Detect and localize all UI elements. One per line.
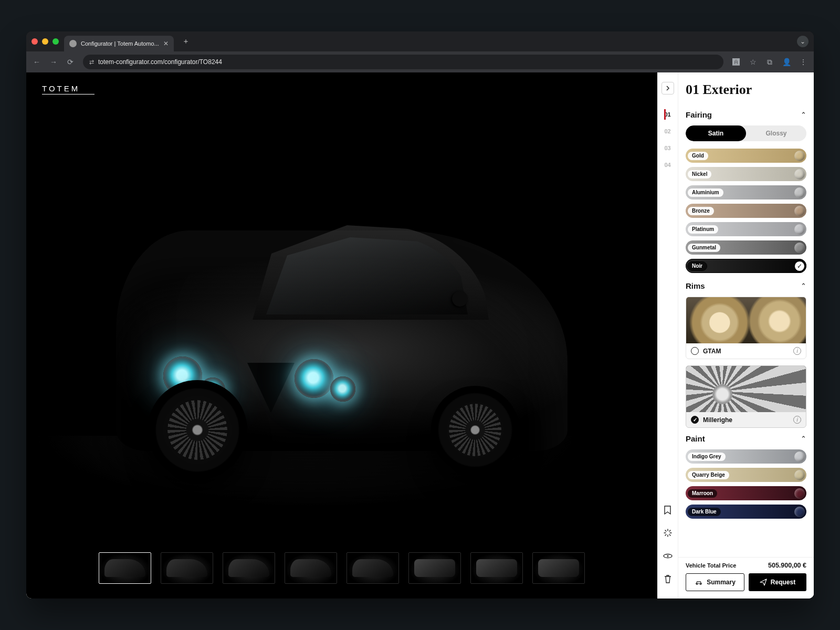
fairing-color-bronze[interactable]: Bronze xyxy=(686,204,806,218)
minimize-window-icon[interactable] xyxy=(42,38,48,45)
wheel-icon xyxy=(431,386,519,474)
color-label: Gold xyxy=(688,152,708,160)
color-dot-icon xyxy=(794,151,805,161)
thumbnail-image xyxy=(414,559,455,577)
finish-option-satin[interactable]: Satin xyxy=(686,125,746,141)
color-dot-icon xyxy=(794,243,805,253)
color-dot-icon xyxy=(794,470,805,480)
price-value: 505.900,00 € xyxy=(768,562,806,569)
step-01[interactable]: 01 xyxy=(664,106,670,123)
request-button[interactable]: Request xyxy=(749,573,806,591)
kebab-menu-icon[interactable]: ⋮ xyxy=(799,58,807,66)
section-fairing-header[interactable]: Fairing ⌃ xyxy=(686,110,806,119)
paint-color-dark-blue[interactable]: Dark Blue xyxy=(686,505,806,519)
close-tab-icon[interactable]: ✕ xyxy=(163,40,169,47)
thumbnail-6[interactable] xyxy=(408,552,461,584)
step-03[interactable]: 03 xyxy=(664,140,670,156)
section-paint-header[interactable]: Paint ⌃ xyxy=(686,434,806,443)
maximize-window-icon[interactable] xyxy=(52,38,59,45)
collapse-panel-button[interactable] xyxy=(662,82,674,94)
bookmark-icon[interactable]: ☆ xyxy=(749,58,757,66)
options-panel: 01 Exterior Fairing ⌃ Satin Glossy GoldN… xyxy=(678,72,814,598)
finish-option-glossy[interactable]: Glossy xyxy=(746,125,806,141)
thumbnail-8[interactable] xyxy=(532,552,585,584)
close-window-icon[interactable] xyxy=(32,38,38,45)
tabs-overflow-button[interactable]: ⌄ xyxy=(797,36,808,47)
tab-title: Configurator | Totem Automo... xyxy=(81,40,159,47)
paint-color-indigo-grey[interactable]: Indigo Grey xyxy=(686,449,806,464)
fairing-color-platinum[interactable]: Platinum xyxy=(686,222,806,236)
paint-color-marroon[interactable]: Marroon xyxy=(686,486,806,500)
step-02[interactable]: 02 xyxy=(664,123,670,140)
panel-title: 01 Exterior xyxy=(686,82,806,98)
site-info-icon[interactable]: ⇄ xyxy=(89,59,94,66)
configurator-app: TOTEM xyxy=(26,72,814,598)
headlight-icon xyxy=(295,359,333,398)
chevron-right-icon xyxy=(665,86,670,91)
headlight-icon xyxy=(330,376,355,402)
rim-label: Millerighe xyxy=(703,416,732,424)
summary-button[interactable]: Summary xyxy=(686,573,744,591)
color-label: Noir xyxy=(688,262,707,270)
price-label: Vehicle Total Price xyxy=(686,562,736,569)
paint-color-quarry-beige[interactable]: Quarry Beige xyxy=(686,468,806,482)
thumbnail-7[interactable] xyxy=(470,552,523,584)
floor-reflection xyxy=(26,436,657,546)
check-icon: ✓ xyxy=(794,261,805,271)
thumbnail-3[interactable] xyxy=(223,552,275,584)
extensions-icon[interactable]: ⧉ xyxy=(765,58,774,66)
rim-option-gtam[interactable]: GTAMi xyxy=(686,297,806,359)
nav-reload-button[interactable]: ⟳ xyxy=(66,58,75,66)
fairing-color-aluminium[interactable]: Aluminium xyxy=(686,185,806,200)
thumbnail-1[interactable] xyxy=(99,552,151,584)
thumbnail-5[interactable] xyxy=(346,552,399,584)
radio-unchecked-icon xyxy=(691,347,699,355)
svg-point-9 xyxy=(667,555,668,557)
info-icon[interactable]: i xyxy=(793,416,801,424)
nav-forward-button[interactable]: → xyxy=(49,58,58,66)
info-icon[interactable]: i xyxy=(793,347,801,355)
chevron-up-icon: ⌃ xyxy=(801,435,806,443)
thumbnail-image xyxy=(104,559,145,577)
color-label: Bronze xyxy=(688,207,714,215)
browser-tab[interactable]: Configurator | Totem Automo... ✕ xyxy=(64,36,174,51)
orbit-icon xyxy=(663,553,673,559)
thumbnail-image xyxy=(290,559,331,577)
svg-line-5 xyxy=(669,534,670,536)
profile-icon[interactable]: 👤 xyxy=(782,58,791,66)
translate-icon[interactable]: 🅰 xyxy=(732,58,740,66)
step-04[interactable]: 04 xyxy=(664,156,670,173)
color-label: Quarry Beige xyxy=(688,471,729,479)
render-stage[interactable] xyxy=(26,72,657,546)
fairing-color-noir[interactable]: Noir✓ xyxy=(686,259,806,273)
color-dot-icon xyxy=(794,224,805,235)
thumbnail-image xyxy=(352,559,393,577)
delete-config-button[interactable] xyxy=(662,573,674,585)
fairing-color-gunmetal[interactable]: Gunmetal xyxy=(686,240,806,255)
window-controls[interactable] xyxy=(32,38,59,45)
rim-label: GTAM xyxy=(703,348,721,355)
svg-line-7 xyxy=(665,534,666,536)
thumbnail-4[interactable] xyxy=(285,552,337,584)
bookmark-config-button[interactable] xyxy=(662,504,674,516)
color-label: Platinum xyxy=(688,225,718,234)
section-rims-header[interactable]: Rims ⌃ xyxy=(686,281,806,290)
address-bar[interactable]: ⇄ totem-configurator.com/configurator/TO… xyxy=(83,55,723,69)
loader-icon xyxy=(664,529,672,537)
new-tab-button[interactable]: ＋ xyxy=(179,37,193,46)
nav-back-button[interactable]: ← xyxy=(33,58,41,66)
thumbnail-2[interactable] xyxy=(161,552,213,584)
view-360-button[interactable] xyxy=(662,550,674,562)
fairing-color-gold[interactable]: Gold xyxy=(686,149,806,163)
color-dot-icon xyxy=(794,187,805,198)
rim-option-millerighe[interactable]: Millerighei xyxy=(686,365,806,428)
color-label: Dark Blue xyxy=(688,508,721,516)
loading-indicator-button[interactable] xyxy=(662,527,674,539)
color-label: Marroon xyxy=(688,489,717,498)
browser-tabstrip: Configurator | Totem Automo... ✕ ＋ ⌄ xyxy=(26,32,814,51)
color-label: Nickel xyxy=(688,170,711,178)
color-label: Aluminium xyxy=(688,188,723,197)
request-label: Request xyxy=(771,579,795,586)
fairing-color-nickel[interactable]: Nickel xyxy=(686,167,806,181)
viewer-pane: TOTEM xyxy=(26,72,657,598)
